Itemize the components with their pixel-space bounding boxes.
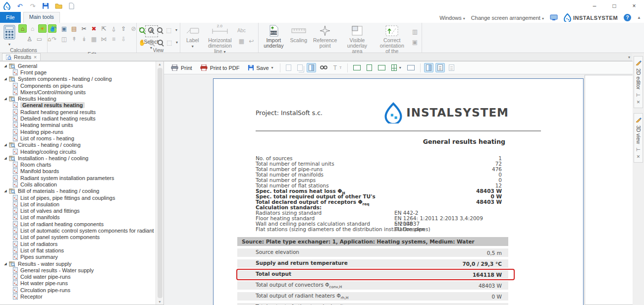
print-to-pdf-button[interactable]: Print to PDF [197, 63, 243, 72]
tree-item[interactable]: ◢ General results heating [0, 102, 156, 109]
view-region-icon[interactable]: ⬚ [166, 38, 172, 47]
windows-menu[interactable]: Windows ▾ [439, 15, 465, 21]
save-icon[interactable] [42, 2, 50, 10]
align-icon[interactable]: ≡ [109, 35, 118, 43]
report-side-pane[interactable] [585, 75, 633, 305]
tab-file[interactable]: File [0, 12, 21, 23]
help-icon[interactable]: ? [624, 14, 631, 21]
heating-cooling-calc-icon[interactable]: ☀ [38, 24, 47, 33]
move-icon[interactable]: ⇧ [119, 24, 128, 33]
mirror-icon[interactable]: ▦ [90, 35, 98, 43]
tree-item[interactable]: ◢ Coils allocation [0, 181, 156, 187]
table-icon[interactable]: ▦ [237, 37, 246, 45]
tree-scrollbar[interactable]: ▲ ▼ [156, 61, 163, 305]
tab-main-tools[interactable]: Main tools [23, 12, 60, 23]
expand-arrow-icon[interactable]: ◢ [2, 64, 9, 68]
tree-item[interactable]: ◢ Hot water pipe-runs [0, 280, 156, 287]
text-size-icon[interactable]: TT [331, 63, 344, 73]
stretch-icon[interactable]: ⇱ [100, 24, 108, 33]
delete-icon[interactable]: ✖ [90, 24, 98, 33]
expand-arrow-icon[interactable]: ◢ [2, 77, 9, 81]
new-document-icon[interactable] [67, 2, 75, 10]
paste-icon[interactable]: ▤ [70, 24, 78, 33]
scaling-button[interactable]: Scaling [288, 24, 309, 44]
split-icon[interactable]: ◫ [60, 35, 68, 43]
tree-item[interactable]: ◢ List of valves and fittings [0, 208, 156, 214]
tab-3d-view[interactable]: 3D view ⊥ ✕ [634, 113, 643, 163]
horizontal-dimension-line-button[interactable]: 2.0 Horizontal dimension line ▾ [205, 24, 235, 55]
zoom-selection-icon[interactable]: ⬚ [166, 26, 172, 34]
expand-arrow-icon[interactable]: ◢ [2, 156, 9, 160]
tree-item[interactable]: ◢ List of rooms - heating [0, 135, 156, 141]
print-button[interactable]: Print [168, 63, 195, 72]
tree-item[interactable]: ◢ Radiant heating general results [0, 109, 156, 115]
tree-item[interactable]: ◢ General results - Water supply [0, 267, 156, 273]
pin-icon[interactable]: ⊥ [636, 93, 641, 97]
tree-item[interactable]: ◢ Heating/cooling circuits [0, 148, 156, 155]
tree-item[interactable]: ◢ Pipes summary [0, 254, 156, 260]
tree-item[interactable]: ◢ Results - water supply [0, 260, 156, 267]
pin-icon[interactable]: ⊥ [636, 147, 641, 152]
tree-item[interactable]: ◢ Installation - heating / cooling [0, 155, 156, 161]
copy-report-icon[interactable] [295, 63, 305, 72]
tree-item[interactable]: ◢ List of insulation [0, 201, 156, 207]
view-single-page-icon[interactable] [365, 63, 374, 72]
label-button[interactable]: Label ▾ [183, 24, 203, 50]
tree-item[interactable]: ◢ Detailed radiant heating results [0, 115, 156, 122]
lift-icon[interactable]: ⍙ [109, 24, 118, 33]
pointer-line-icon[interactable]: ↩ [247, 37, 256, 45]
redo-icon[interactable]: ↷ [29, 2, 37, 10]
panel-list-dropdown-icon[interactable]: ▾ [628, 55, 630, 60]
zoom-in-icon[interactable] [139, 27, 145, 33]
minimize-button[interactable]: – [585, 0, 604, 12]
tree-item[interactable]: ◢ Room charts [0, 161, 156, 168]
pin-down-icon[interactable]: ⇩ [119, 35, 128, 43]
tree-item[interactable]: ◢ List of flat stations [0, 247, 156, 253]
zoom-realtime-icon[interactable] [149, 40, 154, 45]
save-report-button[interactable]: Save▾ [245, 63, 276, 72]
tree-item[interactable]: ◢ Front page [0, 69, 156, 75]
scrollbar-thumb[interactable] [158, 68, 162, 298]
copy-icon[interactable]: ▣ [60, 24, 68, 33]
maximize-button[interactable]: □ [604, 0, 624, 12]
expand-arrow-icon[interactable]: ◢ [2, 97, 9, 101]
close-button[interactable]: × [624, 0, 644, 12]
underlay-lock-icon[interactable]: ▣ [411, 38, 419, 46]
expand-arrow-icon[interactable]: ◢ [2, 189, 9, 193]
reference-point-button[interactable]: Reference point [311, 24, 339, 49]
heat-loss-calc-icon[interactable]: ⌂ [18, 24, 27, 33]
calculation-options-icon[interactable] [2, 24, 16, 40]
tree-item[interactable]: ◢ List of manifolds [0, 214, 156, 221]
results-panel-tab[interactable]: Results × [2, 53, 41, 61]
scale-icon[interactable]: ⋈ [100, 35, 108, 43]
visible-underlay-area-button[interactable]: Visible underlay area [341, 24, 373, 55]
pan-icon[interactable]: ✋ [139, 38, 145, 47]
tab-2d-editor[interactable]: 2D editor ⊥ ✕ [634, 56, 643, 108]
paste-report-icon[interactable] [284, 63, 293, 72]
tree-item[interactable]: ◢ Components on pipe-runs [0, 82, 156, 89]
expand-arrow-icon[interactable]: ◢ [2, 262, 9, 266]
import-underlay-button[interactable]: BASE Import underlay [261, 24, 286, 49]
undo-edit-icon[interactable]: ↶ [50, 24, 58, 33]
tree-item[interactable]: ◢ Heating pipe-runs [0, 128, 156, 135]
tree-item[interactable]: ◢ Receptor [0, 293, 156, 300]
tree-item[interactable]: ◢ Bill of materials - heating / cooling [0, 188, 156, 194]
cut-icon[interactable]: ✂ [80, 24, 88, 33]
monitor-icon[interactable] [550, 14, 558, 21]
tree-item[interactable]: ◢ Circuits - heating / cooling [0, 142, 156, 148]
view-full-page-icon[interactable] [351, 63, 363, 72]
tree-item[interactable]: ◢ General [0, 62, 156, 69]
undo-icon[interactable]: ↶ [16, 2, 24, 10]
screen-arrangement-menu[interactable]: Change screen arrangement ▾ [471, 15, 544, 21]
tree-item[interactable]: ◢ List of radiators [0, 241, 156, 247]
zoom-extents-icon[interactable] [157, 27, 162, 33]
close-3d-view-icon[interactable]: ✕ [636, 154, 641, 159]
view-multiple-pages-icon[interactable]: ▾ [389, 63, 403, 72]
tree-item[interactable]: ◢ Heating terminal units [0, 122, 156, 128]
open-folder-icon[interactable] [54, 2, 62, 10]
redo-edit-icon[interactable]: ↷ [50, 35, 58, 43]
tree-item[interactable]: ◢ Mixers/Control/mixing units [0, 89, 156, 95]
view-two-pages-icon[interactable] [376, 63, 387, 72]
show-contents-list-icon[interactable] [435, 63, 445, 72]
diagnostics-icon[interactable]: ♙ [25, 35, 34, 43]
